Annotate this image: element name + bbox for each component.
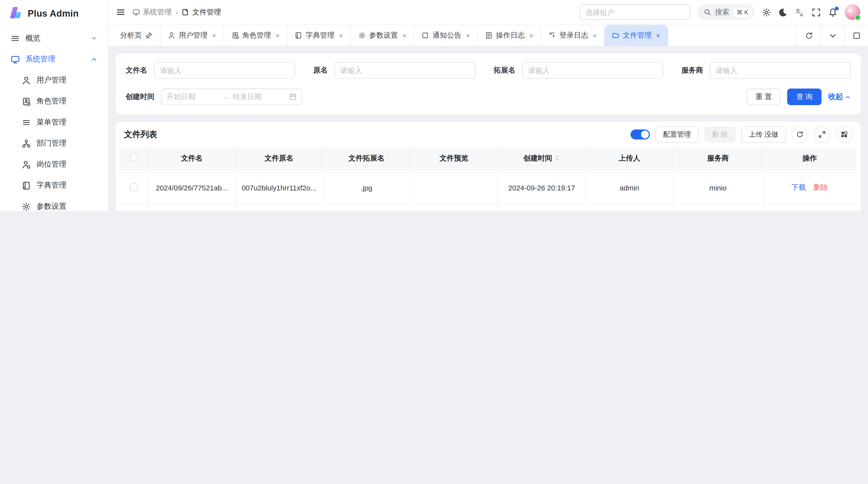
breadcrumb-label: 系统管理 (143, 7, 172, 17)
collapse-filters-link[interactable]: 收起 (828, 92, 851, 102)
row-checkbox[interactable] (130, 183, 138, 191)
config-manage-button[interactable]: 配置管理 (655, 126, 699, 143)
provider-input[interactable] (710, 62, 850, 78)
reset-button[interactable]: 重 置 (747, 89, 781, 105)
sidebar-submenu: 用户管理角色管理菜单管理部门管理岗位管理字典管理参数设置通知公告DEV日志管理文… (5, 70, 102, 211)
table-refresh-button[interactable] (792, 126, 808, 143)
chevron-up-icon (91, 56, 98, 63)
sidebar-item-gear[interactable]: 参数设置 (5, 196, 102, 211)
original-name-label: 原名 (313, 65, 328, 75)
user-avatar[interactable] (845, 4, 860, 20)
actions-cell: 下载删除 (763, 172, 857, 203)
close-icon[interactable]: × (339, 32, 343, 39)
upload-button[interactable]: 上传 没做 (741, 126, 786, 143)
tab-gear[interactable]: 参数设置× (351, 25, 414, 46)
tab-notice[interactable]: 通知公告× (414, 25, 478, 46)
sidebar-item-user[interactable]: 用户管理 (5, 70, 102, 91)
close-icon[interactable]: × (529, 32, 533, 39)
monitor-icon (132, 8, 140, 16)
column-settings-button[interactable] (836, 126, 852, 143)
tab-label: 角色管理 (242, 30, 271, 40)
tab-refresh-button[interactable] (797, 25, 820, 46)
tab-role[interactable]: 角色管理× (224, 25, 287, 46)
grid-columns-icon (840, 131, 848, 138)
close-icon[interactable]: × (466, 32, 470, 39)
app-title: Plus Admin (28, 8, 79, 19)
sidebar-item-book[interactable]: 字典管理 (5, 175, 102, 196)
date-range-picker[interactable]: 开始日期 → 结束日期 (161, 89, 302, 105)
fullscreen-icon[interactable] (812, 7, 821, 17)
maximize-icon (852, 31, 861, 39)
refresh-icon (796, 131, 804, 138)
breadcrumb-file[interactable]: 文件管理 (182, 7, 221, 17)
language-translate-icon[interactable]: 文A (795, 7, 804, 17)
page-content: 文件名 原名 拓展名 服务商 (108, 46, 868, 211)
select-all-checkbox[interactable] (130, 154, 138, 161)
tenant-select-input[interactable] (579, 4, 690, 20)
cell (763, 169, 857, 172)
config-toggle[interactable] (630, 129, 650, 139)
list-icon (22, 118, 31, 127)
range-arrow-icon: → (223, 93, 229, 101)
download-link[interactable]: 下载 (792, 183, 806, 191)
select-all-header (120, 147, 148, 169)
file-name-input[interactable] (154, 62, 295, 78)
delete-button[interactable]: 删 除 (704, 126, 735, 143)
sidebar-item-label: 部门管理 (37, 138, 98, 148)
role-icon (22, 97, 31, 106)
col-actions: 操作 (763, 147, 857, 169)
sidebar-item-role[interactable]: 角色管理 (5, 91, 102, 112)
cell (586, 169, 673, 172)
logo-icon (8, 6, 23, 21)
breadcrumb-system[interactable]: 系统管理 (132, 7, 172, 17)
panel-title: 文件列表 (124, 129, 157, 140)
extension-cell: .jpg (323, 172, 410, 203)
tab-analysis[interactable]: 分析页 (113, 25, 160, 46)
tab-bar: 分析页用户管理×角色管理×字典管理×参数设置×通知公告×操作日志×登录日志×文件… (108, 24, 868, 46)
settings-gear-icon[interactable] (762, 7, 771, 17)
book-icon (294, 32, 302, 39)
close-icon[interactable]: × (402, 32, 406, 39)
tab-folder[interactable]: 文件管理× (605, 25, 668, 46)
preview-cell (410, 203, 498, 211)
col-created-time[interactable]: 创建时间 (498, 147, 586, 169)
sidebar-item-post[interactable]: 岗位管理 (5, 154, 102, 175)
table-row-partial (120, 169, 857, 172)
close-icon[interactable]: × (275, 32, 279, 39)
pin-icon[interactable] (145, 32, 153, 39)
close-icon[interactable]: × (656, 32, 660, 39)
tab-label: 分析页 (120, 30, 142, 40)
close-icon[interactable]: × (593, 32, 597, 39)
sidebar-item-list[interactable]: 菜单管理 (5, 112, 102, 133)
table-fullscreen-button[interactable] (814, 126, 830, 143)
tab-loginlog[interactable]: 登录日志× (541, 25, 604, 46)
tab-book[interactable]: 字典管理× (287, 25, 351, 46)
tab-oplog[interactable]: 操作日志× (478, 25, 541, 46)
tab-user[interactable]: 用户管理× (161, 25, 224, 46)
sidebar-item-menu-lines[interactable]: 概览 (5, 28, 102, 49)
global-search-button[interactable]: 搜索 ⌘ K (697, 4, 754, 20)
created-time-header-label: 创建时间 (523, 153, 552, 163)
tab-menu-button[interactable] (820, 25, 844, 46)
search-button[interactable]: 查 询 (787, 89, 822, 105)
calendar-icon (289, 93, 297, 101)
original-name-input[interactable] (334, 62, 475, 78)
sidebar-item-org[interactable]: 部门管理 (5, 133, 102, 154)
cell (235, 169, 323, 172)
sidebar-item-monitor[interactable]: 系统管理 (5, 49, 102, 70)
app-logo[interactable]: Plus Admin (0, 0, 108, 27)
table-scroll-area[interactable]: 文件名 文件原名 文件拓展名 文件预览 创建时间 (120, 147, 857, 211)
dark-mode-moon-icon[interactable] (778, 7, 788, 17)
tab-maximize-button[interactable] (844, 25, 868, 46)
created-time-cell: 2024-09-26 20:21:49 (498, 203, 586, 211)
delete-link[interactable]: 删除 (813, 183, 828, 191)
extension-input[interactable] (522, 62, 663, 78)
uploader-cell: admin (586, 203, 673, 211)
actions-cell: 下载删除 (763, 203, 857, 211)
breadcrumb: 系统管理 › 文件管理 (132, 7, 221, 17)
close-icon[interactable]: × (212, 32, 216, 39)
table-row: 2024/09/26/3159fab8... 007u2bluly1hrr11x… (120, 203, 857, 211)
notifications-bell-icon[interactable] (828, 7, 838, 17)
file-table: 文件名 文件原名 文件拓展名 文件预览 创建时间 (120, 147, 857, 211)
hamburger-icon[interactable] (116, 8, 125, 17)
